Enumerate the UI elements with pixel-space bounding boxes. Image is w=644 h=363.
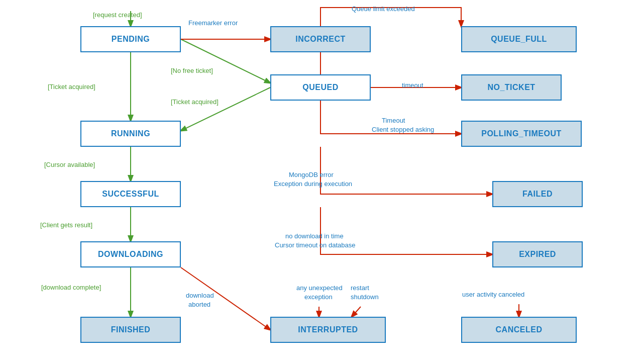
state-interrupted: INTERRUPTED (270, 317, 386, 343)
state-pending: PENDING (80, 26, 181, 52)
state-successful: SUCCESSFUL (80, 181, 181, 207)
diagram-label-6: timeout (402, 81, 423, 89)
state-no_ticket: NO_TICKET (461, 74, 562, 101)
state-expired: EXPIRED (492, 241, 583, 267)
diagram-label-1: Freemarker error (188, 19, 238, 27)
state-canceled: CANCELED (461, 317, 577, 343)
diagram-label-16: download (186, 292, 214, 299)
state-running: RUNNING (80, 121, 181, 147)
state-queue_full: QUEUE_FULL (461, 26, 577, 52)
diagram-label-20: restart (351, 284, 369, 292)
state-polling_timeout: POLLING_TIMEOUT (461, 121, 582, 147)
diagram-label-5: [Ticket acquired] (171, 98, 219, 106)
diagram: PENDINGINCORRECTQUEUE_FULLQUEUEDNO_TICKE… (0, 0, 644, 363)
diagram-label-2: Queue limit exceeded (352, 5, 415, 13)
diagram-label-22: user activity canceled (462, 291, 524, 298)
state-finished: FINISHED (80, 317, 181, 343)
diagram-label-14: Cursor timeout on database (275, 241, 355, 249)
diagram-label-4: [Ticket acquired] (48, 83, 95, 90)
state-queued: QUEUED (270, 74, 371, 101)
state-downloading: DOWNLOADING (80, 241, 181, 267)
diagram-label-8: Client stopped asking (372, 126, 434, 133)
diagram-label-11: Exception during execution (274, 180, 352, 188)
diagram-label-3: [No free ticket] (171, 67, 213, 74)
diagram-label-12: [Client gets result] (40, 221, 92, 229)
diagram-label-9: [Cursor available] (44, 161, 95, 168)
svg-line-2 (181, 39, 270, 83)
svg-line-3 (181, 87, 270, 131)
diagram-label-17: aborted (188, 301, 210, 308)
state-incorrect: INCORRECT (270, 26, 371, 52)
svg-line-11 (352, 307, 361, 317)
diagram-label-15: [download complete] (41, 284, 101, 291)
diagram-label-13: no download in time (285, 232, 344, 240)
diagram-label-7: Timeout (382, 117, 405, 124)
diagram-label-18: any unexpected (296, 284, 343, 292)
diagram-label-19: exception (304, 293, 333, 301)
diagram-label-10: MongoDB error (289, 171, 334, 178)
diagram-label-0: [request created] (93, 11, 142, 19)
state-failed: FAILED (492, 181, 583, 207)
diagram-label-21: shutdown (351, 293, 379, 301)
